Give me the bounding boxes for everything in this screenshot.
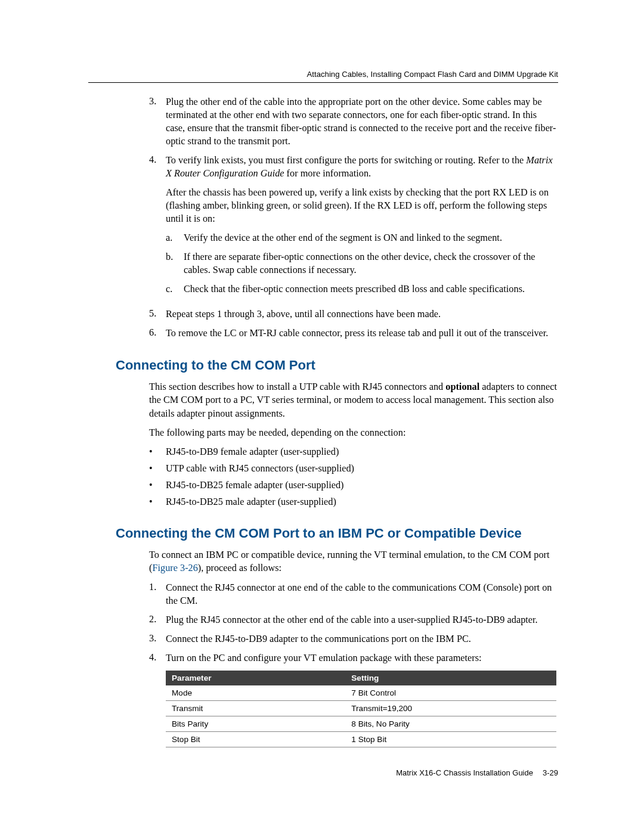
footer-page-number: 3-29 (543, 768, 558, 777)
step-4-sub-para: After the chassis has been powered up, v… (166, 186, 558, 225)
page: Attaching Cables, Installing Compact Fla… (0, 0, 644, 813)
step-number: 3. (149, 95, 166, 148)
cell-parameter: Stop Bit (166, 731, 345, 747)
header-rule (88, 82, 558, 83)
list-item: •RJ45-to-DB25 male adapter (user-supplie… (149, 496, 558, 508)
step-body: To verify link exists, you must first co… (166, 154, 558, 302)
cell-parameter: Bits Parity (166, 716, 345, 731)
step-5: 5. Repeat steps 1 through 3, above, unti… (149, 308, 558, 321)
section2-steps: 1. Connect the RJ45 connector at one end… (149, 581, 558, 665)
cell-parameter: Mode (166, 685, 345, 701)
footer-doc-title: Matrix X16-C Chassis Installation Guide (396, 768, 533, 777)
s2-step-1: 1. Connect the RJ45 connector at one end… (149, 581, 558, 607)
step-6: 6. To remove the LC or MT-RJ cable conne… (149, 327, 558, 340)
bullet-text: UTP cable with RJ45 connectors (user-sup… (166, 463, 558, 474)
step-text: Turn on the PC and configure your VT emu… (166, 651, 558, 665)
parameters-table: Parameter Setting Mode 7 Bit Control Tra… (166, 671, 556, 747)
list-item: •UTP cable with RJ45 connectors (user-su… (149, 463, 558, 474)
section1-bullets: •RJ45-to-DB9 female adapter (user-suppli… (149, 446, 558, 508)
bullet-text: RJ45-to-DB25 male adapter (user-supplied… (166, 496, 558, 508)
step-number: 6. (149, 327, 166, 340)
heading-connecting-ibm-pc: Connecting the CM COM Port to an IBM PC … (116, 526, 558, 541)
step-number: 4. (149, 154, 166, 302)
step-text: Connect the RJ45 connector at one end of… (166, 581, 558, 607)
alpha-text: Check that the fiber-optic connection me… (184, 283, 558, 296)
step-number: 2. (149, 613, 166, 626)
table-row: Bits Parity 8 Bits, No Parity (166, 716, 556, 731)
step-4b: b. If there are separate fiber-optic con… (166, 250, 558, 277)
th-setting: Setting (345, 671, 556, 685)
bullet-icon: • (149, 479, 166, 491)
table-row: Stop Bit 1 Stop Bit (166, 731, 556, 747)
step-4-lead: To verify link exists, you must first co… (166, 154, 526, 166)
content-area: 3. Plug the other end of the cable into … (116, 95, 558, 747)
section2-para1-b: ), proceed as follows: (198, 562, 281, 573)
footer: Matrix X16-C Chassis Installation Guide3… (396, 768, 558, 777)
step-text: Repeat steps 1 through 3, above, until a… (166, 308, 558, 321)
step-3: 3. Plug the other end of the cable into … (149, 95, 558, 148)
cell-setting: Transmit=19,200 (345, 700, 556, 716)
step-number: 3. (149, 632, 166, 646)
section1-para1: This section describes how to install a … (149, 380, 558, 420)
th-parameter: Parameter (166, 671, 345, 685)
step-text: Plug the other end of the cable into the… (166, 95, 558, 148)
section2-para1: To connect an IBM PC or compatible devic… (149, 548, 558, 575)
cell-parameter: Transmit (166, 700, 345, 716)
list-item: •RJ45-to-DB25 female adapter (user-suppl… (149, 479, 558, 491)
heading-connecting-cm-com: Connecting to the CM COM Port (116, 358, 558, 373)
steps-list-upper: 3. Plug the other end of the cable into … (149, 95, 558, 340)
step-4a: a. Verify the device at the other end of… (166, 231, 558, 244)
table-row: Transmit Transmit=19,200 (166, 700, 556, 716)
alpha-label: b. (166, 250, 184, 277)
bullet-icon: • (149, 446, 166, 458)
cell-setting: 8 Bits, No Parity (345, 716, 556, 731)
step-number: 4. (149, 651, 166, 665)
cell-setting: 7 Bit Control (345, 685, 556, 701)
bullet-icon: • (149, 463, 166, 474)
section1-para1-a: This section describes how to install a … (149, 381, 445, 392)
section1-para1-bold: optional (445, 381, 479, 392)
alpha-label: a. (166, 231, 184, 244)
bullet-text: RJ45-to-DB9 female adapter (user-supplie… (166, 446, 558, 458)
step-text: Plug the RJ45 connector at the other end… (166, 613, 558, 626)
step-4-alpha-list: a. Verify the device at the other end of… (166, 231, 558, 296)
alpha-text: If there are separate fiber-optic connec… (184, 250, 558, 277)
bullet-text: RJ45-to-DB25 female adapter (user-suppli… (166, 479, 558, 491)
step-4-tail: for more information. (284, 167, 371, 179)
step-text: To remove the LC or MT-RJ cable connecto… (166, 327, 558, 340)
s2-step-4: 4. Turn on the PC and configure your VT … (149, 651, 558, 665)
step-number: 5. (149, 308, 166, 321)
running-header: Attaching Cables, Installing Compact Fla… (88, 70, 558, 79)
s2-step-3: 3. Connect the RJ45-to-DB9 adapter to th… (149, 632, 558, 646)
alpha-text: Verify the device at the other end of th… (184, 231, 558, 244)
cell-setting: 1 Stop Bit (345, 731, 556, 747)
list-item: •RJ45-to-DB9 female adapter (user-suppli… (149, 446, 558, 458)
figure-link[interactable]: Figure 3-26 (152, 562, 197, 573)
step-4c: c. Check that the fiber-optic connection… (166, 283, 558, 296)
alpha-label: c. (166, 283, 184, 296)
bullet-icon: • (149, 496, 166, 508)
table-row: Mode 7 Bit Control (166, 685, 556, 701)
parameters-table-wrap: Parameter Setting Mode 7 Bit Control Tra… (166, 671, 558, 747)
s2-step-2: 2. Plug the RJ45 connector at the other … (149, 613, 558, 626)
section1-para2: The following parts may be needed, depen… (149, 426, 558, 439)
step-text: Connect the RJ45-to-DB9 adapter to the c… (166, 632, 558, 646)
step-4: 4. To verify link exists, you must first… (149, 154, 558, 302)
table-header-row: Parameter Setting (166, 671, 556, 685)
step-number: 1. (149, 581, 166, 607)
